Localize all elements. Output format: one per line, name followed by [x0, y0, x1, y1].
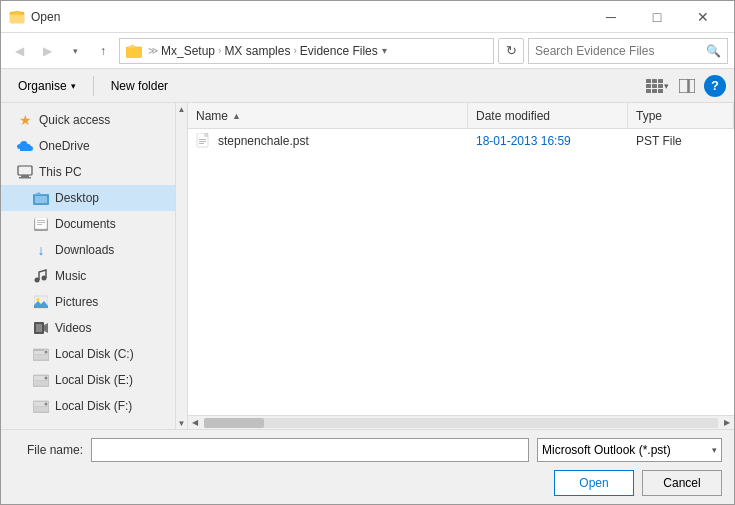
col-header-name[interactable]: Name ▲ — [188, 103, 468, 128]
scroll-left-arrow[interactable]: ◀ — [188, 416, 202, 430]
documents-icon — [33, 216, 49, 232]
sidebar-item-downloads[interactable]: ↓ Downloads — [1, 237, 175, 263]
sidebar-item-videos[interactable]: Videos — [1, 315, 175, 341]
svg-marker-29 — [44, 323, 48, 333]
window-title: Open — [31, 10, 588, 24]
organise-button[interactable]: Organise ▾ — [9, 73, 85, 99]
close-button[interactable]: ✕ — [680, 1, 726, 33]
svg-point-38 — [45, 377, 48, 380]
svg-rect-2 — [126, 47, 142, 58]
minimize-button[interactable]: ─ — [588, 1, 634, 33]
file-name-cell: stepnenchale.pst — [188, 133, 468, 149]
sidebar-item-quick-access[interactable]: ★ Quick access — [1, 107, 175, 133]
up-button[interactable]: ↑ — [91, 39, 115, 63]
new-folder-button[interactable]: New folder — [102, 73, 177, 99]
svg-rect-43 — [34, 407, 48, 411]
svg-rect-21 — [37, 220, 45, 221]
sidebar-item-music[interactable]: Music — [1, 263, 175, 289]
forward-button[interactable]: ▶ — [35, 39, 59, 63]
local-disk-c-icon — [33, 346, 49, 362]
svg-rect-10 — [652, 89, 657, 93]
breadcrumb-mx-samples: MX samples — [224, 44, 290, 58]
file-pst-icon — [196, 133, 212, 149]
svg-rect-35 — [34, 349, 44, 351]
main-content: ★ Quick access OneDrive — [1, 103, 734, 429]
sidebar-item-local-disk-e[interactable]: Local Disk (E:) — [1, 367, 175, 393]
sidebar-item-local-disk-f[interactable]: Local Disk (F:) — [1, 393, 175, 419]
scroll-thumb[interactable] — [204, 418, 264, 428]
svg-rect-8 — [658, 84, 663, 88]
svg-rect-47 — [199, 143, 204, 144]
filename-row: File name: Microsoft Outlook (*.pst) ▾ — [13, 438, 722, 462]
breadcrumb[interactable]: ≫ Mx_Setup › MX samples › Evidence Files… — [119, 38, 494, 64]
svg-rect-16 — [19, 177, 31, 179]
svg-rect-23 — [37, 224, 42, 225]
scroll-track[interactable] — [204, 418, 718, 428]
music-icon — [33, 268, 49, 284]
sort-arrow-name: ▲ — [232, 111, 241, 121]
sidebar-item-documents[interactable]: Documents — [1, 211, 175, 237]
svg-point-33 — [45, 351, 48, 354]
window-icon — [9, 9, 25, 25]
local-disk-f-icon — [33, 398, 49, 414]
svg-rect-34 — [34, 355, 48, 359]
svg-rect-18 — [35, 196, 47, 203]
title-bar: Open ─ □ ✕ — [1, 1, 734, 33]
svg-point-27 — [37, 298, 40, 301]
buttons-row: Open Cancel — [13, 470, 722, 496]
svg-rect-7 — [652, 84, 657, 88]
open-button[interactable]: Open — [554, 470, 634, 496]
sidebar: ★ Quick access OneDrive — [1, 103, 176, 429]
toolbar-separator — [93, 76, 94, 96]
back-button[interactable]: ◀ — [7, 39, 31, 63]
computer-icon — [17, 164, 33, 180]
view-options-button[interactable]: ▾ — [644, 73, 670, 99]
organise-dropdown-icon: ▾ — [71, 81, 76, 91]
svg-rect-9 — [646, 89, 651, 93]
toolbar: Organise ▾ New folder ▾ — [1, 69, 734, 103]
filetype-select[interactable]: Microsoft Outlook (*.pst) ▾ — [537, 438, 722, 462]
sidebar-scrollbar[interactable]: ▲ ▼ — [176, 103, 188, 429]
svg-rect-3 — [646, 79, 651, 83]
refresh-button[interactable]: ↻ — [498, 38, 524, 64]
col-header-type[interactable]: Type — [628, 103, 734, 128]
svg-rect-4 — [652, 79, 657, 83]
col-header-date[interactable]: Date modified — [468, 103, 628, 128]
desktop-folder-icon — [33, 190, 49, 206]
help-button[interactable]: ? — [704, 75, 726, 97]
scroll-down-arrow[interactable]: ▼ — [176, 417, 188, 429]
window-controls: ─ □ ✕ — [588, 1, 726, 33]
cancel-button[interactable]: Cancel — [642, 470, 722, 496]
file-list: stepnenchale.pst 18-01-2013 16:59 PST Fi… — [188, 129, 734, 415]
scroll-up-arrow[interactable]: ▲ — [176, 103, 188, 115]
filename-label: File name: — [13, 443, 83, 457]
svg-rect-6 — [646, 84, 651, 88]
sidebar-item-this-pc[interactable]: This PC — [1, 159, 175, 185]
horizontal-scrollbar[interactable]: ◀ ▶ — [188, 415, 734, 429]
svg-rect-22 — [37, 222, 45, 223]
dropdown-button[interactable]: ▾ — [63, 39, 87, 63]
breadcrumb-mx-setup: Mx_Setup — [161, 44, 215, 58]
bottom-bar: File name: Microsoft Outlook (*.pst) ▾ O… — [1, 429, 734, 504]
pictures-icon — [33, 294, 49, 310]
svg-rect-46 — [199, 141, 206, 142]
sidebar-item-desktop[interactable]: Desktop — [1, 185, 175, 211]
sidebar-item-pictures[interactable]: Pictures — [1, 289, 175, 315]
toolbar-right: ▾ ? — [644, 73, 726, 99]
breadcrumb-evidence-files: Evidence Files — [300, 44, 378, 58]
table-row[interactable]: stepnenchale.pst 18-01-2013 16:59 PST Fi… — [188, 129, 734, 153]
sidebar-item-onedrive[interactable]: OneDrive — [1, 133, 175, 159]
svg-rect-45 — [199, 139, 206, 140]
search-input[interactable] — [535, 44, 706, 58]
file-date-cell: 18-01-2013 16:59 — [468, 134, 628, 148]
preview-pane-button[interactable] — [674, 73, 700, 99]
open-dialog: Open ─ □ ✕ ◀ ▶ ▾ ↑ ≫ Mx_Setup › MX sampl… — [0, 0, 735, 505]
breadcrumb-dropdown-icon: ▾ — [382, 45, 387, 56]
svg-point-42 — [45, 403, 48, 406]
file-type-cell: PST File — [628, 134, 734, 148]
filename-input[interactable] — [91, 438, 529, 462]
maximize-button[interactable]: □ — [634, 1, 680, 33]
scroll-right-arrow[interactable]: ▶ — [720, 416, 734, 430]
svg-rect-14 — [18, 166, 32, 175]
sidebar-item-local-disk-c[interactable]: Local Disk (C:) — [1, 341, 175, 367]
